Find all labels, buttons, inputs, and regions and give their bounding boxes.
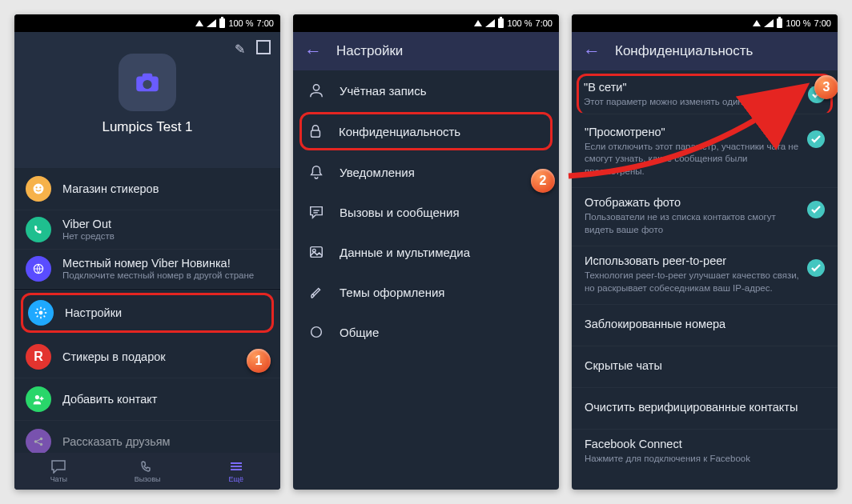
privacy-toggle-seen[interactable]: "Просмотрено" Если отключить этот параме… [572,118,838,189]
menu-item-gift-stickers[interactable]: R Стикеры в подарок [14,336,280,378]
svg-line-14 [37,316,38,318]
back-icon[interactable]: ← [304,42,322,60]
privacy-link-blocked[interactable]: Заблокированные номера [572,305,838,346]
title-bar: ← Конфиденциальность [572,32,838,70]
menu-item-settings[interactable]: Настройки [21,293,274,333]
status-bar: 100 % 7:00 [572,14,838,32]
svg-line-23 [37,442,40,444]
title-bar: ← Настройки [293,32,559,70]
svg-point-4 [35,186,37,188]
page-title: Настройки [336,43,403,59]
privacy-facebook-connect[interactable]: Facebook Connect Нажмите для подключения… [572,430,838,475]
settings-item-privacy[interactable]: Конфиденциальность [299,112,553,150]
check-icon[interactable] [807,130,825,148]
svg-line-12 [37,309,38,310]
callout-badge-2: 2 [531,169,555,193]
svg-point-19 [34,440,38,443]
svg-point-3 [34,184,44,194]
screen-profile: 100 % 7:00 ✎ Lumpics Test 1 Магазин стик… [14,14,280,490]
lock-icon [307,122,324,140]
menu-item-viberout[interactable]: Viber OutНет средств [14,210,280,250]
svg-point-5 [39,186,41,188]
image-icon [307,243,325,261]
bell-icon [307,163,325,181]
settings-item-account[interactable]: Учётная запись [293,70,559,110]
chat-icon [307,203,325,221]
svg-point-16 [35,395,39,399]
svg-rect-28 [311,130,320,137]
status-bar: 100 % 7:00 [293,14,559,32]
user-icon [307,82,325,99]
check-icon[interactable] [807,201,825,218]
profile-header: ✎ Lumpics Test 1 [14,32,280,168]
svg-rect-31 [311,247,323,258]
menu-item-add-contact[interactable]: Добавить контакт [14,378,280,421]
svg-point-33 [311,327,322,338]
callout-badge-1: 1 [247,349,271,373]
back-icon[interactable]: ← [583,42,601,60]
menu-item-stickers[interactable]: Магазин стикеров [14,168,280,210]
bottom-nav: Чаты Вызовы Ещё [14,453,280,490]
profile-menu: Магазин стикеров Viber OutНет средств Ме… [14,168,280,453]
screen-privacy: 100 % 7:00 ← Конфиденциальность "В сети"… [572,14,838,490]
settings-item-notifications[interactable]: Уведомления [293,152,559,192]
menu-item-share[interactable]: Рассказать друзьям [14,421,280,453]
qr-icon[interactable] [256,40,271,54]
battery-text: 100 % [228,18,253,28]
privacy-link-clear-verified[interactable]: Очистить верифицированные контакты [572,388,838,430]
circle-icon [307,323,325,341]
check-icon[interactable] [807,259,825,277]
privacy-toggle-online[interactable]: "В сети" Этот параметр можно изменять од… [577,74,833,114]
settings-item-media[interactable]: Данные и мультимедиа [293,232,559,272]
page-title: Конфиденциальность [615,43,753,59]
menu-item-local-number[interactable]: Местный номер Viber Новинка!Подключите м… [14,250,280,289]
privacy-link-hidden[interactable]: Скрытые чаты [572,346,838,388]
svg-point-21 [40,443,43,446]
settings-item-themes[interactable]: Темы оформления [293,272,559,312]
svg-point-27 [313,85,319,90]
brush-icon [307,283,325,301]
settings-list: Учётная запись Конфиденциальность Уведом… [293,70,559,490]
avatar[interactable] [119,54,176,111]
svg-point-20 [40,438,43,441]
svg-rect-1 [143,74,153,78]
nav-calls[interactable]: Вызовы [103,453,192,490]
svg-point-2 [143,80,151,89]
nav-chats[interactable]: Чаты [14,453,103,490]
nav-more[interactable]: Ещё [191,453,280,490]
profile-name: Lumpics Test 1 [102,119,192,135]
svg-line-22 [37,439,40,441]
svg-line-13 [44,316,46,318]
edit-icon[interactable]: ✎ [235,42,245,57]
privacy-list: "В сети" Этот параметр можно изменять од… [572,70,838,490]
screen-settings: 100 % 7:00 ← Настройки Учётная запись Ко… [293,14,559,490]
callout-badge-3: 3 [814,75,838,99]
svg-line-15 [44,309,46,310]
settings-item-general[interactable]: Общие [293,312,559,352]
settings-item-calls-msgs[interactable]: Вызовы и сообщения [293,192,559,232]
privacy-toggle-p2p[interactable]: Использовать peer-to-peer Технология pee… [572,246,838,305]
clock: 7:00 [257,18,274,28]
privacy-toggle-photo[interactable]: Отображать фото Пользователи не из списк… [572,188,838,246]
svg-point-7 [39,311,43,315]
status-bar: 100 % 7:00 [14,14,280,32]
